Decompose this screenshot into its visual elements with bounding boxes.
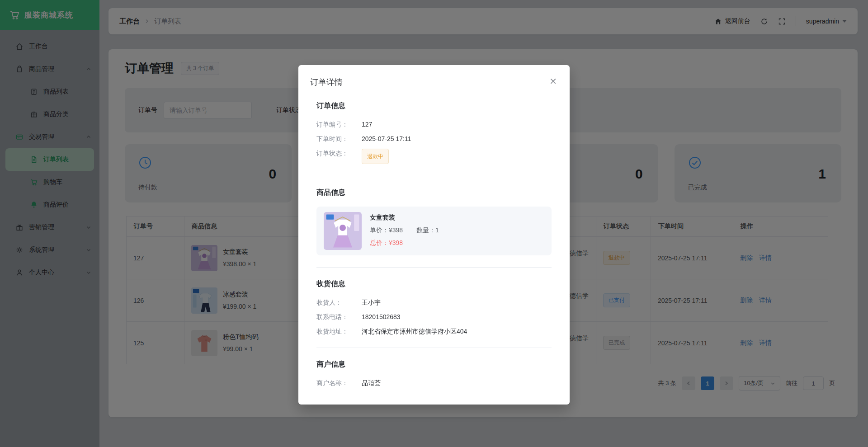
divider [316,348,552,348]
modal-product-name: 女童套装 [370,214,439,222]
modal-header: 订单详情 ✕ [298,65,570,88]
modal-body: 订单信息 订单编号： 127 下单时间： 2025-07-25 17:11 订单… [298,88,570,405]
section-shipping-info-title: 收货信息 [316,279,552,289]
order-no-row: 订单编号： 127 [316,120,552,129]
order-status-badge: 退款中 [362,149,389,164]
merchant-name-row: 商户名称： 品诣荟 [316,378,552,387]
modal-product-card: 女童套装 单价：¥398 数量：1 总价：¥398 [316,207,552,255]
modal-title: 订单详情 [310,77,343,88]
receiver-row: 收货人： 王小宇 [316,298,552,307]
modal-total-price: 总价：¥398 [370,239,439,247]
modal-unit-price: 单价：¥398 [370,226,403,234]
section-product-info-title: 商品信息 [316,188,552,198]
section-merchant-info-title: 商户信息 [316,360,552,369]
divider [316,267,552,268]
order-detail-modal: 订单详情 ✕ 订单信息 订单编号： 127 下单时间： 2025-07-25 1… [298,65,570,405]
address-row: 收货地址： 河北省保定市涿州市德信学府小区404 [316,327,552,336]
phone-row: 联系电话： 18201502683 [316,312,552,321]
section-order-info-title: 订单信息 [316,101,552,111]
product-image-girls-set [324,212,362,250]
divider [316,176,552,176]
modal-qty: 数量：1 [416,226,439,234]
order-status-row: 订单状态： 退款中 [316,149,552,164]
order-time-row: 下单时间： 2025-07-25 17:11 [316,134,552,143]
close-icon[interactable]: ✕ [549,77,557,86]
